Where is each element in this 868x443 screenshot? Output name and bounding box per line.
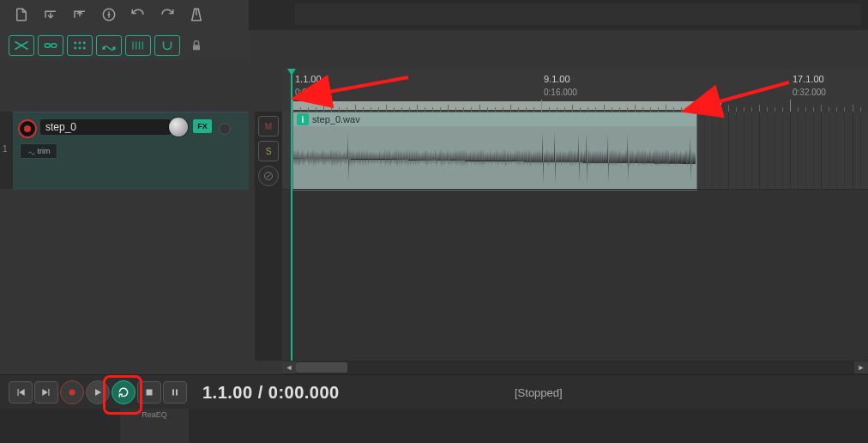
save-project-icon[interactable] <box>67 2 93 27</box>
scroll-track[interactable] <box>296 361 854 373</box>
svg-rect-16 <box>147 390 153 396</box>
record-arm-button[interactable] <box>18 119 37 138</box>
svg-rect-18 <box>176 390 178 396</box>
routing-button[interactable]: trim <box>20 143 57 159</box>
skip-back-icon <box>15 386 27 398</box>
svg-rect-17 <box>172 390 174 396</box>
waveform-display <box>293 126 696 190</box>
open-project-icon[interactable] <box>38 2 63 27</box>
envelope-button[interactable] <box>258 166 279 186</box>
svg-point-6 <box>83 42 85 44</box>
play-cursor[interactable] <box>291 69 292 361</box>
snap-grid-icon[interactable] <box>125 35 151 56</box>
arrange-empty-area[interactable] <box>282 189 868 361</box>
svg-point-7 <box>75 47 76 49</box>
svg-point-5 <box>79 42 81 44</box>
route-icon <box>27 147 36 155</box>
ruler-bar-label: 17.1.00 <box>793 74 824 84</box>
svg-rect-12 <box>193 45 200 50</box>
stop-icon <box>144 387 154 397</box>
transport-time-display[interactable]: 1.1.00 / 0:00.000 <box>202 383 340 403</box>
solo-button[interactable]: S <box>258 141 279 161</box>
scroll-right-icon[interactable]: ► <box>854 361 868 373</box>
media-item[interactable]: i step_0.wav <box>292 112 697 191</box>
ruler-time-label: 0:16.000 <box>544 88 577 97</box>
track-number: 1 <box>3 144 8 154</box>
svg-point-11 <box>113 47 115 49</box>
ripple-icon[interactable] <box>38 35 63 56</box>
timeline-ruler[interactable]: 1.1.00 0:00.000 9.1.00 0:16.000 17.1.00 … <box>282 69 868 112</box>
snap-icon[interactable] <box>154 35 180 56</box>
arrange-h-scrollbar[interactable]: ◄ ► <box>282 361 868 374</box>
route-label: trim <box>38 147 51 155</box>
project-settings-icon[interactable] <box>96 2 122 27</box>
skip-forward-icon <box>40 386 52 398</box>
redo-icon[interactable] <box>154 2 180 27</box>
item-info-icon[interactable]: i <box>297 113 309 125</box>
track-header[interactable]: step_0 FX trim <box>13 112 249 190</box>
new-project-icon[interactable] <box>9 2 34 27</box>
lane-separator <box>282 189 868 190</box>
mute-button[interactable]: M <box>258 116 279 137</box>
svg-point-9 <box>83 47 85 49</box>
fx-button[interactable]: FX <box>193 119 212 133</box>
mixer-fx-label[interactable]: ReaEQ <box>120 409 189 419</box>
transport-repeat-button[interactable] <box>112 380 136 404</box>
track-control-panel: 1 step_0 FX trim <box>0 112 249 361</box>
repeat-icon <box>118 386 130 398</box>
transport-pause-button[interactable] <box>163 381 187 404</box>
media-item-filename: step_0.wav <box>312 114 360 124</box>
pause-icon <box>170 387 180 397</box>
svg-point-15 <box>69 390 75 396</box>
scroll-thumb[interactable] <box>296 362 347 373</box>
track-ms-column: M S <box>255 112 282 361</box>
transport-stop-button[interactable] <box>137 381 161 404</box>
svg-point-8 <box>79 47 81 49</box>
svg-rect-2 <box>45 44 50 48</box>
svg-rect-3 <box>51 44 57 48</box>
grid-icon[interactable] <box>67 35 93 56</box>
play-icon <box>92 386 104 398</box>
track-index-gutter: 1 <box>0 112 14 189</box>
volume-knob[interactable] <box>169 118 188 137</box>
move-envelope-icon[interactable] <box>96 35 122 56</box>
main-toolbar <box>0 0 249 60</box>
go-to-end-button[interactable] <box>34 381 58 404</box>
lock-icon[interactable] <box>184 33 209 58</box>
mixer-channel[interactable]: ReaEQ <box>120 409 189 443</box>
svg-point-1 <box>108 14 110 15</box>
record-icon <box>66 386 78 398</box>
transport-bar: 1.1.00 / 0:00.000 [Stopped] <box>0 374 868 410</box>
transport-status: [Stopped] <box>515 386 563 399</box>
pan-knob[interactable] <box>219 123 231 135</box>
ruler-bar-label: 1.1.00 <box>295 74 322 84</box>
go-to-start-button[interactable] <box>9 381 33 404</box>
crossfade-icon[interactable] <box>9 35 34 56</box>
svg-point-10 <box>103 47 105 49</box>
transport-play-button[interactable] <box>86 380 110 404</box>
ruler-bar-label: 9.1.00 <box>544 74 570 84</box>
media-item-header[interactable]: i step_0.wav <box>293 112 696 126</box>
transport-record-button[interactable] <box>60 380 84 404</box>
svg-point-4 <box>75 42 76 44</box>
scroll-left-icon[interactable]: ◄ <box>282 361 296 373</box>
undo-icon[interactable] <box>125 2 151 27</box>
arrange-view[interactable]: i step_0.wav <box>282 112 868 361</box>
metronome-icon[interactable] <box>184 2 209 27</box>
track-name-field[interactable]: step_0 <box>40 119 171 135</box>
ruler-time-label: 0:32.000 <box>793 88 826 97</box>
envelope-icon <box>263 171 274 181</box>
ruler-time-label: 0:00.000 <box>295 88 329 97</box>
mixer-panel: ReaEQ <box>0 409 868 443</box>
marker-lane[interactable] <box>295 3 861 25</box>
